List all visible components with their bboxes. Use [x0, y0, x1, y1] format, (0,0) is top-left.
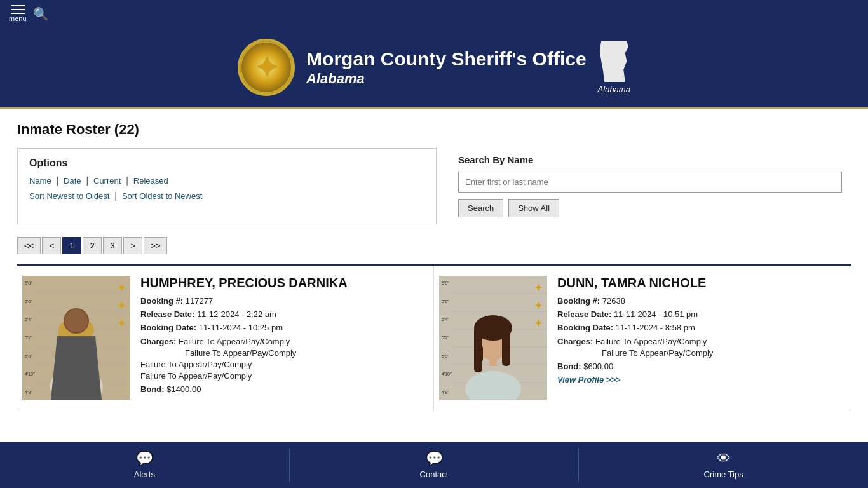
inmate-info: DUNN, TAMRA NICHOLE Booking #: 72638 Rel… — [557, 276, 846, 400]
inmate-charges: Charges: Failure To Appear/Pay/Comply Fa… — [140, 336, 428, 383]
header-banner: ✦ Morgan County Sheriff's Office Alabama… — [0, 27, 868, 107]
filter-date-link[interactable]: Date — [64, 176, 81, 186]
filter-name-link[interactable]: Name — [29, 176, 51, 186]
options-search-row: Options Name | Date | Current | Released… — [17, 148, 851, 224]
search-heading: Search By Name — [458, 154, 842, 165]
search-btn-row: Search Show All — [458, 199, 842, 217]
sort-links: Sort Newest to Oldest | Sort Oldest to N… — [29, 191, 424, 201]
inmate-booking-date: Booking Date: 11-11-2024 - 8:58 pm — [557, 322, 846, 334]
sort-oldest-link[interactable]: Sort Oldest to Newest — [122, 191, 202, 201]
inmate-grid: 5'8" 5'6" 5'4" 5'2" 5'0" 4'10" 4'8" ✦ ✦ … — [17, 266, 851, 410]
main-content: Inmate Roster (22) Options Name | Date |… — [8, 109, 860, 423]
pagination-prev[interactable]: < — [42, 237, 61, 254]
options-heading: Options — [29, 158, 424, 169]
org-state: Alabama — [306, 71, 587, 87]
state-map: Alabama — [598, 41, 630, 94]
inmate-booking-num: Booking #: 72638 — [557, 295, 846, 307]
org-title: Morgan County Sheriff's Office Alabama — [306, 48, 587, 87]
org-name: Morgan County Sheriff's Office — [306, 48, 587, 71]
filter-released-link[interactable]: Released — [133, 176, 168, 186]
inmate-name: DUNN, TAMRA NICHOLE — [557, 276, 846, 290]
pagination-page-3[interactable]: 3 — [103, 237, 122, 254]
show-all-button[interactable]: Show All — [508, 199, 559, 217]
crime-tips-nav-item[interactable]: 👁 Crime Tips — [579, 448, 868, 468]
inmate-bond: Bond: $1400.00 — [140, 384, 428, 395]
inmate-charges: Charges: Failure To Appear/Pay/Comply Fa… — [557, 336, 846, 359]
menu-toggle[interactable]: menu — [9, 5, 27, 22]
inmate-booking-date: Booking Date: 11-11-2024 - 10:25 pm — [140, 322, 428, 334]
inmate-photo: 5'8" 5'6" 5'4" 5'2" 5'0" 4'10" 4'8" ✦ ✦ … — [439, 276, 547, 400]
pagination-page-2[interactable]: 2 — [83, 237, 102, 254]
inmate-bond: Bond: $600.00 — [557, 361, 846, 372]
state-label: Alabama — [598, 85, 630, 94]
filter-links: Name | Date | Current | Released — [29, 175, 424, 186]
pagination-first[interactable]: << — [17, 237, 41, 254]
search-input[interactable] — [458, 172, 842, 193]
inmate-card: 5'8" 5'6" 5'4" 5'2" 5'0" 4'10" 4'8" ✦ ✦ … — [434, 266, 851, 410]
svg-rect-32 — [502, 346, 508, 358]
view-profile-link[interactable]: View Profile >>> — [557, 375, 621, 384]
inmate-booking-num: Booking #: 117277 — [140, 295, 428, 307]
inmate-photo: 5'8" 5'6" 5'4" 5'2" 5'0" 4'10" 4'8" ✦ ✦ … — [22, 276, 130, 400]
filter-current-link[interactable]: Current — [93, 176, 121, 186]
view-profile-link-container: View Profile >>> — [557, 374, 846, 384]
alerts-nav-item[interactable]: 💬 Alerts — [0, 448, 290, 468]
search-box: Search By Name Search Show All — [449, 148, 851, 224]
options-box: Options Name | Date | Current | Released… — [17, 148, 437, 224]
menu-label: menu — [9, 15, 27, 22]
pagination: << < 1 2 3 > >> — [17, 237, 851, 254]
inmate-card: 5'8" 5'6" 5'4" 5'2" 5'0" 4'10" 4'8" ✦ ✦ … — [17, 266, 434, 410]
inmate-name: HUMPHREY, PRECIOUS DARNIKA — [140, 276, 428, 290]
inmate-info: HUMPHREY, PRECIOUS DARNIKA Booking #: 11… — [140, 276, 428, 400]
search-button[interactable]: Search — [458, 199, 503, 217]
pagination-last[interactable]: >> — [144, 237, 167, 254]
sort-newest-link[interactable]: Sort Newest to Oldest — [29, 191, 109, 201]
search-icon[interactable]: 🔍 — [33, 6, 49, 22]
inmate-release-date: Release Date: 11-11-2024 - 10:51 pm — [557, 309, 846, 320]
state-shape-icon — [598, 41, 630, 82]
inmate-release-date: Release Date: 11-12-2024 - 2:22 am — [140, 309, 428, 320]
page-title: Inmate Roster (22) — [17, 121, 851, 138]
bottom-nav: 💬 Alerts 💬 Contact 👁 Crime Tips — [0, 442, 868, 468]
contact-icon: 💬 — [426, 451, 443, 467]
svg-rect-31 — [477, 346, 483, 362]
crime-tips-icon: 👁 — [717, 451, 731, 467]
pagination-next[interactable]: > — [123, 237, 142, 254]
sheriff-badge: ✦ — [238, 39, 295, 96]
contact-nav-item[interactable]: 💬 Contact — [290, 448, 580, 468]
pagination-page-1[interactable]: 1 — [62, 237, 81, 254]
alerts-icon: 💬 — [136, 451, 153, 467]
top-nav: menu 🔍 — [0, 0, 868, 27]
